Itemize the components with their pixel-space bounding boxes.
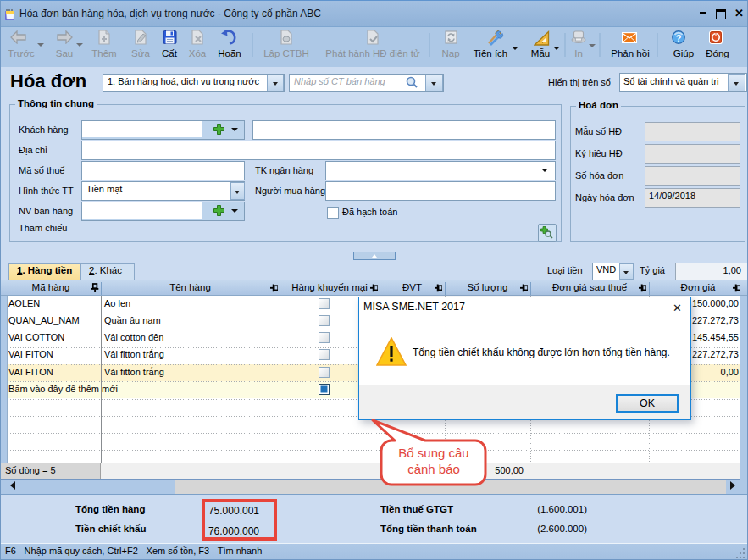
svg-text:?: ?	[676, 33, 682, 43]
svg-text:Bổ sung câu: Bổ sung câu	[398, 446, 468, 460]
svg-text:cảnh báo: cảnh báo	[407, 462, 460, 476]
